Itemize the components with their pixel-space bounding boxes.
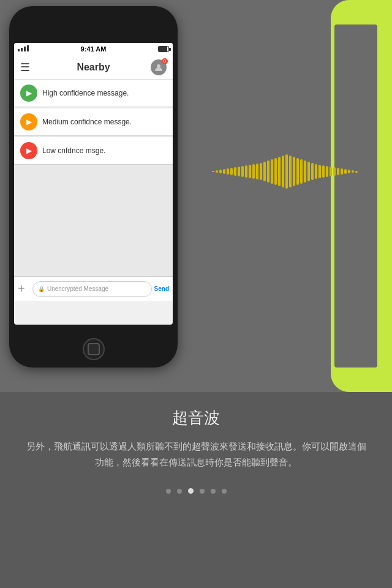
- green-phone-shell: [331, 0, 392, 392]
- section-body: 另外，飛航通訊可以透過人類所聽不到的超聲波來發送和接收訊息。你可以開啟這個功能，…: [24, 439, 368, 470]
- battery-fill: [159, 47, 167, 51]
- phone-shell: 9:41 AM ☰ Nearby 0: [9, 6, 178, 368]
- wave-bar: [326, 166, 328, 177]
- wave-bar: [318, 165, 321, 178]
- message-text-2: Medium confidnce messge.: [42, 118, 132, 126]
- message-text-1: High confidence message.: [42, 89, 129, 97]
- wave-bar: [293, 157, 295, 186]
- wave-bar: [304, 160, 306, 183]
- phone-device: 9:41 AM ☰ Nearby 0: [9, 6, 181, 374]
- wave-bar: [241, 166, 244, 177]
- wave-bar: [300, 159, 303, 184]
- wave-bar: [274, 158, 277, 185]
- message-input[interactable]: 🔒 Unencrypted Message: [32, 281, 152, 297]
- user-avatar[interactable]: 0: [151, 59, 167, 75]
- message-icon-3: ▶: [20, 142, 37, 159]
- waveform: [184, 147, 386, 196]
- message-icon-2: ▶: [20, 113, 37, 130]
- wave-bar: [344, 169, 347, 174]
- user-icon: [154, 63, 163, 72]
- input-bar: + 🔒 Unencrypted Message Send: [14, 276, 173, 301]
- bottom-section: 超音波 另外，飛航通訊可以透過人類所聽不到的超聲波來發送和接收訊息。你可以開啟這…: [0, 392, 392, 588]
- pagination-dot-3[interactable]: [188, 488, 194, 494]
- wave-bar: [355, 171, 358, 173]
- pagination-dot-2[interactable]: [177, 489, 182, 494]
- wave-bar: [271, 159, 273, 184]
- pagination-dot-6[interactable]: [222, 489, 227, 494]
- status-time: 9:41 AM: [81, 45, 107, 53]
- green-phone: [331, 0, 392, 392]
- wave-bar: [227, 168, 229, 175]
- battery-indicator: [158, 46, 169, 52]
- phone-screen: 9:41 AM ☰ Nearby 0: [14, 43, 173, 325]
- message-text-3: Low cnfdnce msge.: [42, 146, 105, 155]
- input-placeholder: Unencrypted Message: [47, 285, 108, 292]
- wave-bar: [238, 167, 240, 176]
- signal-bar-1: [18, 49, 20, 51]
- wave-bar: [249, 165, 251, 178]
- green-phone-screen: [334, 24, 377, 368]
- signal-bar-4: [27, 45, 29, 51]
- wave-bar: [333, 167, 336, 176]
- section-title: 超音波: [172, 407, 220, 429]
- home-button-inner: [88, 343, 100, 355]
- send-button[interactable]: Send: [154, 285, 169, 292]
- wave-bar: [296, 158, 299, 185]
- signal-bar-3: [24, 47, 26, 51]
- wave-bar: [216, 170, 218, 173]
- wave-bar: [267, 160, 270, 183]
- wave-bar: [223, 169, 225, 174]
- wave-bar: [311, 163, 314, 180]
- wave-bar: [278, 157, 281, 186]
- pagination-dot-1[interactable]: [166, 489, 171, 494]
- wave-bar: [245, 165, 247, 178]
- pagination-dots: [166, 488, 227, 494]
- wave-bar: [289, 156, 292, 187]
- wave-bar: [219, 170, 222, 173]
- menu-icon[interactable]: ☰: [20, 61, 30, 74]
- nav-title: Nearby: [77, 62, 110, 73]
- wave-bar: [260, 163, 262, 180]
- wave-bar: [348, 170, 350, 173]
- message-item-3[interactable]: ▶ Low cnfdnce msge.: [14, 137, 173, 165]
- wave-bar: [263, 162, 266, 181]
- wave-bar: [341, 168, 343, 175]
- pagination-dot-4[interactable]: [200, 489, 205, 494]
- wave-bar: [282, 156, 284, 187]
- wave-bar: [252, 164, 255, 179]
- status-bar: 9:41 AM: [14, 43, 173, 55]
- signal-indicator: [18, 45, 29, 51]
- message-icon-1: ▶: [20, 85, 37, 102]
- wave-bar: [212, 171, 214, 172]
- message-item-1[interactable]: ▶ High confidence message.: [14, 80, 173, 107]
- wave-bar: [322, 165, 325, 178]
- user-badge: 0: [162, 58, 168, 64]
- add-attachment-button[interactable]: +: [18, 282, 30, 296]
- nav-bar: ☰ Nearby 0: [14, 55, 173, 80]
- wave-bar: [337, 168, 339, 175]
- wave-bar: [285, 154, 288, 189]
- message-item-2[interactable]: ▶ Medium confidnce messge.: [14, 108, 173, 136]
- lock-icon: 🔒: [38, 286, 45, 292]
- home-button[interactable]: [83, 338, 105, 360]
- wave-bar: [315, 164, 317, 179]
- wave-bar: [256, 164, 258, 179]
- signal-bar-2: [21, 48, 23, 51]
- wave-bar: [230, 168, 233, 175]
- pagination-dot-5[interactable]: [211, 489, 216, 494]
- wave-bar: [234, 167, 236, 176]
- wave-bar: [352, 170, 354, 173]
- messages-empty: [14, 166, 173, 276]
- wave-bar: [307, 162, 310, 181]
- messages-list: ▶ High confidence message. ▶ Medium conf…: [14, 80, 173, 276]
- wave-bar: [330, 167, 332, 176]
